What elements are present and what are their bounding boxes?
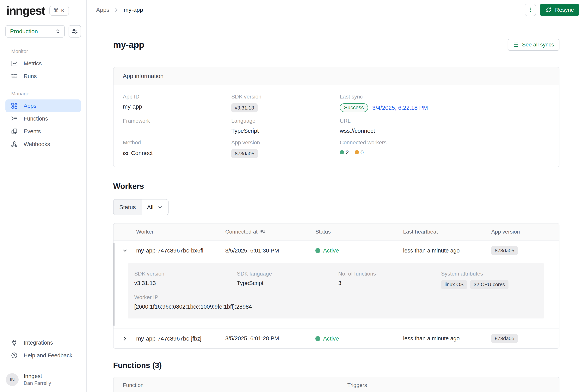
field-label: Method: [123, 140, 231, 146]
detail-sdk-version: SDK version v3.31.13: [134, 271, 237, 289]
worker-connected-at: 3/5/2025, 6:01:30 PM: [225, 248, 315, 254]
see-all-syncs-button[interactable]: See all syncs: [508, 39, 559, 51]
environment-select-value: Production: [10, 28, 38, 35]
sidebar-item-webhooks[interactable]: Webhooks: [6, 138, 81, 150]
sidebar-item-help[interactable]: Help and Feedback: [6, 349, 81, 362]
detail-value: TypeScript: [237, 280, 338, 286]
sidebar-item-metrics[interactable]: Metrics: [6, 57, 81, 70]
status-dot-icon: [315, 248, 320, 253]
resync-button[interactable]: Resync: [540, 4, 579, 16]
workers-table-header: Worker Connected at Status Last heartbea…: [114, 224, 559, 240]
workers-section-title: Workers: [113, 182, 559, 190]
field-method: Method ∞ Connect: [123, 140, 231, 158]
os-badge: linux OS: [441, 280, 467, 289]
field-label: SDK version: [231, 94, 340, 100]
environment-select[interactable]: Production: [6, 25, 65, 38]
sidebar-item-apps[interactable]: Apps: [6, 100, 81, 112]
table-row[interactable]: my-app-747c8967bc-bx6fl 3/5/2025, 6:01:3…: [114, 240, 559, 260]
chevron-up-down-icon: [55, 28, 61, 34]
active-workers-count: 2: [340, 149, 349, 156]
sidebar-item-label: Webhooks: [24, 141, 50, 148]
column-status: Status: [315, 229, 403, 235]
detail-system-attributes: System attributes linux OS 32 CPU cores: [441, 271, 538, 289]
environment-settings-button[interactable]: [69, 25, 81, 38]
see-all-syncs-label: See all syncs: [522, 42, 554, 48]
command-k-shortcut[interactable]: ⌘ K: [49, 6, 69, 16]
status-filter-label[interactable]: Status: [114, 200, 142, 215]
field-label: Language: [231, 118, 340, 124]
field-app-id: App ID my-app: [123, 94, 231, 112]
detail-label: SDK version: [134, 271, 237, 277]
status-filter: Status All: [113, 199, 169, 215]
profile-text: Inngest Dan Farrelly: [24, 373, 51, 386]
breadcrumb-current: my-app: [124, 6, 143, 13]
question-circle-icon: [11, 352, 18, 359]
topbar: Apps my-app Resync: [87, 0, 585, 20]
field-value: 873da05: [231, 149, 340, 158]
plug-icon: [11, 339, 18, 346]
functions-terminal-icon: [11, 115, 18, 122]
field-value: wss://connect: [340, 128, 550, 134]
sidebar-item-label: Functions: [24, 116, 48, 122]
chevron-down-icon: [122, 248, 128, 254]
avatar: IN: [6, 373, 19, 386]
worker-row-group-expanded: my-app-747c8967bc-bx6fl 3/5/2025, 6:01:3…: [114, 240, 559, 329]
detail-label: SDK language: [237, 271, 338, 277]
inngest-logo[interactable]: inngest: [6, 5, 45, 17]
app-root: inngest ⌘ K Production Monitor: [0, 0, 585, 392]
worker-heartbeat: less than a minute ago: [403, 335, 491, 342]
method-value: Connect: [131, 150, 153, 156]
sidebar-item-integrations[interactable]: Integrations: [6, 336, 81, 349]
detail-label: System attributes: [441, 271, 538, 277]
kebab-icon: [527, 6, 534, 13]
expand-row-button[interactable]: [114, 336, 136, 342]
functions-table: Function Triggers: [113, 377, 559, 392]
field-connected-workers: Connected workers 2 0: [340, 140, 550, 158]
profile-org-name: Inngest: [24, 373, 51, 380]
more-actions-button[interactable]: [525, 4, 536, 16]
status-filter-value[interactable]: All: [142, 200, 168, 215]
sidebar-item-runs[interactable]: Runs: [6, 70, 81, 82]
field-value: Success 3/4/2025, 6:22:18 PM: [340, 103, 550, 112]
collapse-row-button[interactable]: [114, 248, 136, 254]
field-value: TypeScript: [231, 128, 340, 134]
last-sync-link[interactable]: 3/4/2025, 6:22:18 PM: [372, 104, 428, 111]
sidebar-divider: [0, 368, 86, 368]
field-value: 2 0: [340, 149, 550, 156]
column-last-heartbeat: Last heartbeat: [403, 229, 491, 235]
column-app-version: App version: [491, 229, 559, 235]
field-value: v3.31.13: [231, 103, 340, 112]
detail-value: v3.31.13: [134, 280, 237, 286]
table-row[interactable]: my-app-747c8967bc-jfbzj 3/5/2025, 6:01:2…: [114, 329, 559, 348]
detail-label: Worker IP: [134, 294, 538, 300]
field-value: my-app: [123, 103, 231, 110]
status-label: Active: [323, 247, 339, 254]
functions-section-title: Functions (3): [113, 361, 559, 370]
profile-menu[interactable]: IN Inngest Dan Farrelly: [6, 373, 81, 386]
detail-label: No. of functions: [338, 271, 441, 277]
functions-table-header: Function Triggers: [114, 377, 559, 392]
sidebar-item-events[interactable]: Events: [6, 125, 81, 138]
resync-label: Resync: [555, 7, 574, 13]
worker-detail-panel: SDK version v3.31.13 SDK language TypeSc…: [128, 263, 544, 318]
column-connected-at[interactable]: Connected at: [225, 229, 315, 235]
list-icon: [513, 42, 519, 48]
refresh-icon: [545, 6, 552, 13]
column-triggers: Triggers: [347, 382, 550, 388]
sidebar-item-label: Help and Feedback: [24, 352, 73, 359]
field-label: App ID: [123, 94, 231, 100]
page-content: my-app See all syncs App information App…: [87, 20, 585, 392]
breadcrumb-apps-link[interactable]: Apps: [96, 6, 109, 13]
field-framework: Framework -: [123, 118, 231, 134]
chevron-right-icon: [114, 7, 119, 13]
field-last-sync: Last sync Success 3/4/2025, 6:22:18 PM: [340, 94, 550, 112]
main-area: Apps my-app Resync: [87, 0, 585, 392]
worker-app-version: 873da05: [491, 334, 559, 343]
environment-row: Production: [6, 25, 81, 38]
sidebar-spacer: [6, 150, 81, 336]
detail-value: linux OS 32 CPU cores: [441, 280, 538, 289]
orange-dot-icon: [355, 150, 359, 154]
sidebar-item-functions[interactable]: Functions: [6, 112, 81, 125]
sync-status-badge: Success: [340, 103, 368, 112]
sidebar-item-label: Events: [24, 128, 41, 135]
